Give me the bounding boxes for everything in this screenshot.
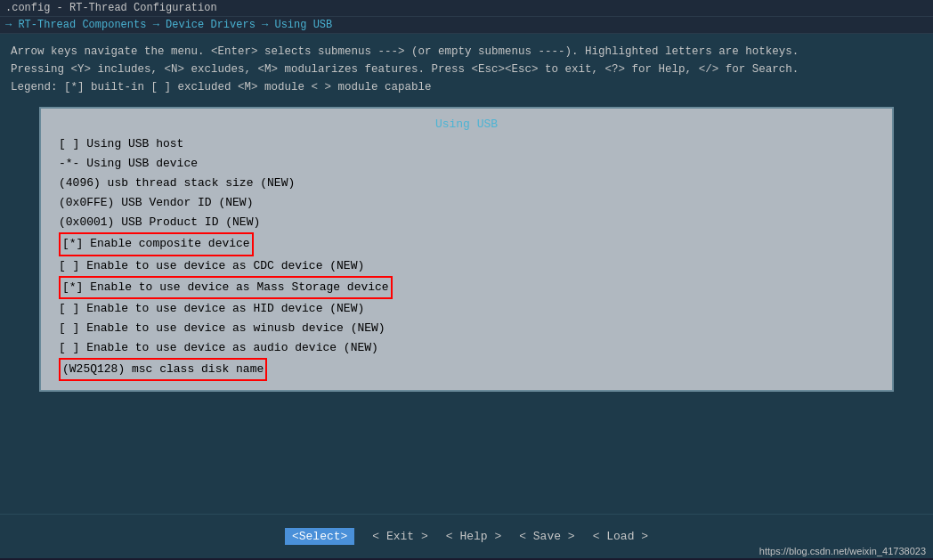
- menu-item[interactable]: (4096) usb thread stack size (NEW): [59, 174, 874, 193]
- info-line2: Pressing <Y> includes, <N> excludes, <M>…: [11, 61, 922, 78]
- menu-item[interactable]: [ ] Using USB host: [59, 134, 874, 154]
- menu-item[interactable]: -*- Using USB device: [59, 154, 874, 174]
- menu-item[interactable]: (W25Q128) msc class disk name: [59, 358, 874, 381]
- menu-item[interactable]: (0x0FFE) USB Vendor ID (NEW): [59, 193, 874, 213]
- menu-item[interactable]: (0x0001) USB Product ID (NEW): [59, 213, 874, 232]
- menu-item[interactable]: [ ] Enable to use device as HID device (…: [59, 299, 874, 319]
- menu-item[interactable]: [*] Enable to use device as Mass Storage…: [59, 276, 874, 299]
- title-text: .config - RT-Thread Configuration: [5, 2, 217, 14]
- load-button[interactable]: < Load >: [593, 530, 648, 543]
- info-section: Arrow keys navigate the menu. <Enter> se…: [7, 41, 926, 98]
- main-container: Arrow keys navigate the menu. <Enter> se…: [0, 34, 933, 514]
- panel-title: Using USB: [59, 118, 874, 131]
- breadcrumb-text: → RT-Thread Components → Device Drivers …: [5, 19, 332, 31]
- title-bar: .config - RT-Thread Configuration: [0, 0, 933, 17]
- menu-items-container: [ ] Using USB host-*- Using USB device(4…: [59, 134, 874, 381]
- menu-item[interactable]: [ ] Enable to use device as winusb devic…: [59, 319, 874, 338]
- menu-box: Using USB [ ] Using USB host-*- Using US…: [39, 107, 894, 392]
- watermark: https://blog.csdn.net/weixin_41738023: [759, 546, 926, 556]
- save-button[interactable]: < Save >: [519, 530, 574, 543]
- exit-button[interactable]: < Exit >: [372, 530, 427, 543]
- breadcrumb: → RT-Thread Components → Device Drivers …: [0, 17, 933, 34]
- menu-item[interactable]: [ ] Enable to use device as CDC device (…: [59, 256, 874, 276]
- menu-item[interactable]: [ ] Enable to use device as audio device…: [59, 338, 874, 358]
- info-line3: Legend: [*] built-in [ ] excluded <M> mo…: [11, 78, 922, 96]
- help-button[interactable]: < Help >: [446, 530, 501, 543]
- menu-item[interactable]: [*] Enable composite device: [59, 232, 874, 256]
- info-line1: Arrow keys navigate the menu. <Enter> se…: [11, 43, 922, 61]
- select-button[interactable]: <Select>: [285, 528, 354, 545]
